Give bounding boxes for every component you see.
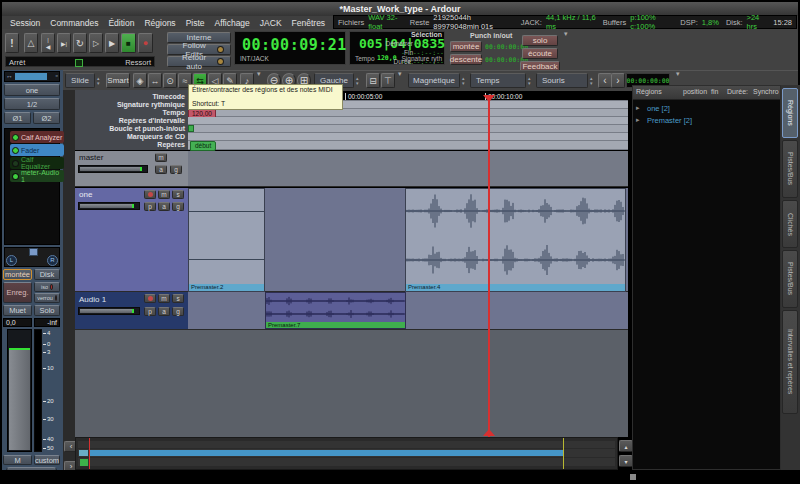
ruler-cd[interactable] — [188, 133, 628, 141]
mute-button[interactable]: Muet — [3, 305, 32, 316]
ruler-reperes[interactable]: début — [188, 141, 628, 150]
audio1-fader[interactable] — [78, 307, 140, 315]
ruler-tempo[interactable]: 120,00 — [188, 109, 628, 117]
snap-mode-combo[interactable]: Magnétique — [408, 73, 460, 88]
audio1-mute-button[interactable]: m — [158, 294, 170, 303]
selection-end-value[interactable]: --:--:--:-- — [401, 49, 444, 57]
snap-mode-spinner[interactable]: ▴▾ — [462, 73, 465, 88]
master-fader[interactable] — [78, 165, 148, 173]
ruler-boucle[interactable] — [188, 125, 628, 133]
track-lane-audio1[interactable] — [188, 292, 628, 330]
track-lane-master[interactable] — [188, 151, 628, 187]
nudge-back-button[interactable]: ‹ — [598, 73, 612, 88]
strip-grid-icon[interactable]: ▫ — [56, 72, 58, 79]
height-chevron-icon[interactable]: ▾ — [398, 70, 402, 78]
menu-piste[interactable]: Piste — [186, 18, 205, 28]
meter-custom-button[interactable]: custom — [34, 455, 60, 465]
tools-chevron-icon[interactable]: ▾ — [257, 70, 261, 78]
one-mute-button[interactable]: m — [158, 190, 170, 199]
play-button[interactable]: ▶ — [105, 33, 119, 53]
one-fader[interactable] — [78, 202, 140, 210]
expander-icon[interactable]: ▸ — [636, 104, 640, 112]
track-header-one[interactable]: one m s p a g — [75, 188, 188, 292]
phase-2-button[interactable]: Ø2 — [33, 112, 60, 124]
track-header-audio1[interactable]: Audio 1 m s p a g — [75, 292, 188, 330]
edit-point-combo[interactable]: Souris — [536, 73, 588, 88]
phase-1-button[interactable]: Ø1 — [4, 112, 31, 124]
solo-lock-button[interactable]: verrou — [34, 293, 60, 303]
processor-fader[interactable]: Fader — [10, 144, 64, 156]
region-premaster7[interactable]: Premaster.7 — [265, 292, 406, 329]
track-height-button[interactable]: ⊤ — [381, 73, 395, 88]
playhead-bottom-triangle[interactable] — [483, 429, 495, 436]
processor-calf-equalizer[interactable]: Calf Equalizer — [10, 157, 64, 169]
one-rec-button[interactable] — [144, 190, 156, 199]
tab-regions[interactable]: Régions — [782, 88, 798, 138]
track-name-one[interactable]: one — [79, 190, 92, 199]
summary-scroll-up[interactable]: ▴ — [619, 440, 633, 452]
menu-regions[interactable]: Régions — [144, 18, 175, 28]
loop-marker[interactable] — [188, 125, 194, 132]
column-synchro[interactable]: Synchro — [753, 88, 779, 95]
goto-end-button[interactable]: ▶| — [57, 33, 71, 53]
editor-canvas[interactable] — [75, 330, 628, 437]
menu-affichage[interactable]: Affichage — [215, 18, 250, 28]
peak-display[interactable]: -inf — [34, 318, 60, 327]
loop-button[interactable]: ↻ — [73, 33, 87, 53]
region-list-row[interactable]: ▸ one [2] — [633, 103, 780, 114]
record-button[interactable]: ● — [138, 33, 153, 53]
processor-led[interactable] — [12, 147, 19, 154]
processor-led[interactable] — [12, 134, 19, 141]
resize-grip[interactable] — [630, 474, 636, 480]
strip-io-button[interactable]: 1/2 — [4, 98, 60, 110]
processor-calf-analyzer[interactable]: Calf Analyzer — [10, 131, 64, 143]
range-tool-button[interactable]: ↔ — [148, 73, 162, 88]
playhead-top-triangle[interactable] — [483, 95, 495, 102]
summary-scroll-down[interactable]: ▾ — [619, 455, 633, 467]
processor-led[interactable] — [12, 173, 19, 180]
strip-gain-bar[interactable]: ↔ ▫ — [4, 71, 60, 82]
track-header-master[interactable]: master m a g — [75, 151, 188, 187]
tab-intervalles[interactable]: Intervalles et repères — [782, 310, 798, 414]
solo-global-button[interactable]: solo — [522, 35, 558, 46]
solo-iso-button[interactable]: iso — [34, 282, 60, 292]
transport-chevron-icon[interactable]: ▾ — [564, 30, 568, 38]
track-name-master[interactable]: master — [79, 153, 103, 162]
one-a-button[interactable]: a — [158, 202, 170, 211]
nudge-chevron-icon[interactable]: ▾ — [676, 70, 680, 78]
audio1-solo-button[interactable]: s — [172, 294, 184, 303]
start-marker[interactable]: début — [190, 141, 216, 151]
master-g-button[interactable]: g — [170, 165, 182, 174]
record-arm-button[interactable]: montée — [3, 269, 32, 280]
goto-start-button[interactable]: |◀ — [41, 33, 55, 53]
fit-tracks-button[interactable]: ⊟ — [366, 73, 380, 88]
audio1-a-button[interactable]: a — [158, 307, 170, 316]
auto-return-button[interactable]: Retour auto — [167, 56, 231, 67]
strip-resize-icon[interactable]: ↔ — [6, 72, 13, 79]
shuttle-mode-label[interactable]: Ressort — [125, 58, 151, 67]
strip-track-name-button[interactable]: one — [4, 84, 60, 96]
menu-fenetres[interactable]: Fenêtres — [292, 18, 326, 28]
metronome-button[interactable]: △ — [24, 33, 38, 53]
solo-button[interactable]: Solo — [34, 305, 60, 316]
region-premaster2[interactable]: Premaster.2 — [188, 188, 265, 292]
grid-unit-spinner[interactable]: ▴▾ — [528, 73, 531, 88]
splitter-column[interactable] — [63, 90, 75, 480]
metering-mode-button[interactable]: M — [3, 455, 32, 465]
gain-fader[interactable] — [7, 329, 32, 452]
region-group-name[interactable]: one [2] — [647, 104, 670, 113]
menu-jack[interactable]: JACK — [260, 18, 282, 28]
gain-display[interactable]: 0,0 — [3, 318, 32, 327]
column-fin[interactable]: fin — [711, 88, 718, 95]
edit-point-spinner[interactable]: ▴▾ — [590, 73, 593, 88]
menu-commandes[interactable]: Commandes — [50, 18, 98, 28]
grab-tool-button[interactable]: ◈ — [133, 73, 147, 88]
track-name-audio1[interactable]: Audio 1 — [79, 295, 106, 304]
zoom-tool-button[interactable]: ⊙ — [163, 73, 177, 88]
column-duree[interactable]: Durée: — [727, 88, 748, 95]
region-list-row[interactable]: ▸ Premaster [2] — [633, 115, 780, 126]
audio1-g-button[interactable]: g — [172, 307, 184, 316]
ruler-intervalle[interactable] — [188, 117, 628, 125]
expander-icon[interactable]: ▸ — [636, 116, 640, 124]
menu-edition[interactable]: Édition — [108, 18, 134, 28]
